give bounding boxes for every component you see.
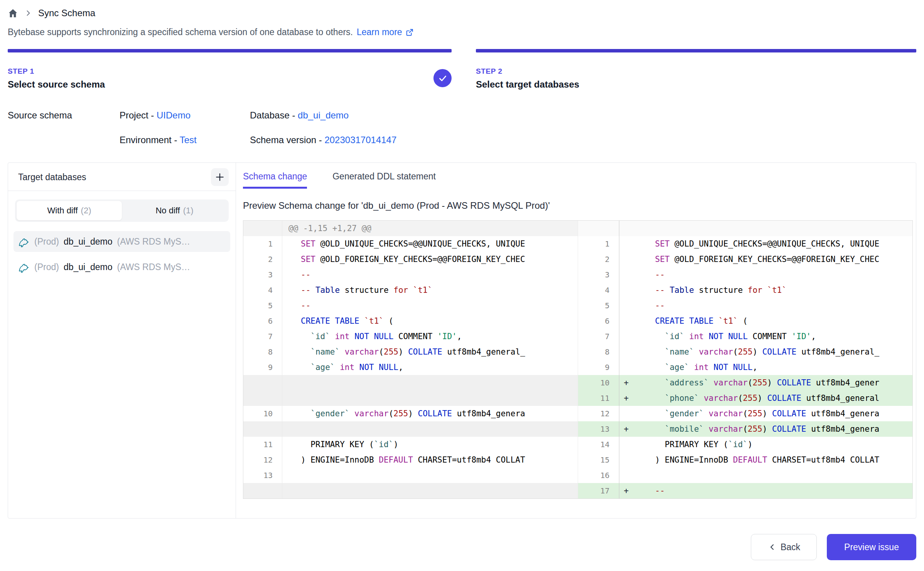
code-line: `age` int NOT NULL, bbox=[282, 360, 578, 375]
target-databases-title: Target databases bbox=[18, 172, 86, 182]
diff-add-marker bbox=[619, 221, 637, 236]
diff-row bbox=[243, 375, 578, 390]
diff-row: 17+-- bbox=[578, 483, 913, 498]
preview-issue-button[interactable]: Preview issue bbox=[827, 534, 916, 560]
diff-row: 14 PRIMARY KEY (`id`) bbox=[578, 437, 913, 452]
diff-row: 2SET @OLD_FOREIGN_KEY_CHECKS=@@FOREIGN_K… bbox=[578, 252, 913, 267]
schema-version-link[interactable]: 20230317014147 bbox=[324, 135, 396, 145]
preview-section: Schema change Generated DDL statement Pr… bbox=[236, 163, 916, 518]
diff-row: 1SET @OLD_UNIQUE_CHECKS=@@UNIQUE_CHECKS,… bbox=[578, 236, 913, 252]
diff-add-marker: + bbox=[619, 375, 637, 390]
page-description: Bytebase supports synchronizing a specif… bbox=[8, 27, 353, 37]
tab-schema-change[interactable]: Schema change bbox=[243, 171, 307, 189]
code-line: -- bbox=[282, 298, 578, 313]
diff-row: 7 `id` int NOT NULL COMMENT 'ID', bbox=[578, 329, 913, 344]
code-line: `gender` varchar(255) COLLATE utf8mb4_ge… bbox=[282, 406, 578, 421]
line-number: 8 bbox=[578, 344, 619, 360]
code-line bbox=[282, 468, 578, 483]
add-target-database-button[interactable] bbox=[211, 168, 229, 186]
line-number: 3 bbox=[578, 267, 619, 282]
diff-add-marker: + bbox=[619, 390, 637, 406]
diff-modified-pane[interactable]: 1SET @OLD_UNIQUE_CHECKS=@@UNIQUE_CHECKS,… bbox=[578, 221, 913, 498]
diff-row: 2SET @OLD_FOREIGN_KEY_CHECKS=@@FOREIGN_K… bbox=[243, 252, 578, 267]
learn-more-link[interactable]: Learn more bbox=[357, 27, 414, 37]
tab-no-diff[interactable]: No diff (1) bbox=[122, 201, 227, 220]
diff-row bbox=[243, 483, 578, 498]
schema-diff-editor: @@ -1,15 +1,27 @@1SET @OLD_UNIQUE_CHECKS… bbox=[243, 220, 913, 499]
diff-add-marker bbox=[619, 236, 637, 252]
mysql-icon bbox=[18, 261, 30, 273]
diff-row bbox=[243, 390, 578, 406]
diff-add-marker bbox=[619, 252, 637, 267]
diff-row: 11+ `phone` varchar(255) COLLATE utf8mb4… bbox=[578, 390, 913, 406]
line-number: 9 bbox=[243, 360, 282, 375]
code-line: -- Table structure for `t1` bbox=[282, 282, 578, 298]
diff-row: 4-- Table structure for `t1` bbox=[578, 282, 913, 298]
diff-add-marker bbox=[619, 298, 637, 313]
tab-with-diff[interactable]: With diff (2) bbox=[17, 201, 122, 220]
target-database-item-1[interactable]: (Prod) db_ui_demo (AWS RDS MyS… bbox=[13, 231, 230, 252]
back-button[interactable]: Back bbox=[751, 534, 817, 560]
code-line bbox=[282, 390, 578, 406]
preview-tabs: Schema change Generated DDL statement bbox=[243, 171, 916, 189]
line-number bbox=[243, 375, 282, 390]
line-number: 13 bbox=[243, 468, 282, 483]
diff-row bbox=[243, 421, 578, 437]
diff-add-marker: + bbox=[619, 483, 637, 498]
breadcrumb: Sync Schema bbox=[0, 5, 924, 22]
diff-row: 10+ `address` varchar(255) COLLATE utf8m… bbox=[578, 375, 913, 390]
source-schema-label: Source schema bbox=[8, 108, 120, 123]
database-link[interactable]: db_ui_demo bbox=[298, 110, 349, 120]
line-number: 1 bbox=[578, 236, 619, 252]
line-number: 5 bbox=[578, 298, 619, 313]
page-title: Sync Schema bbox=[38, 8, 95, 19]
code-line: SET @OLD_FOREIGN_KEY_CHECKS=@@FOREIGN_KE… bbox=[282, 252, 578, 267]
code-line: -- bbox=[637, 267, 913, 282]
diff-row: 8 `name` varchar(255) COLLATE utf8mb4_ge… bbox=[578, 344, 913, 360]
code-line: `address` varchar(255) COLLATE utf8mb4_g… bbox=[637, 375, 913, 390]
target-database-list: (Prod) db_ui_demo (AWS RDS MyS… (Prod) d… bbox=[13, 231, 230, 277]
code-line: SET @OLD_UNIQUE_CHECKS=@@UNIQUE_CHECKS, … bbox=[637, 236, 913, 252]
diff-row: 5-- bbox=[243, 298, 578, 313]
code-line: `phone` varchar(255) COLLATE utf8mb4_gen… bbox=[637, 390, 913, 406]
line-number: 10 bbox=[243, 406, 282, 421]
line-number bbox=[243, 221, 282, 236]
line-number bbox=[243, 483, 282, 498]
diff-add-marker bbox=[619, 313, 637, 329]
diff-add-marker bbox=[619, 468, 637, 483]
line-number: 6 bbox=[578, 313, 619, 329]
diff-row: 12 `gender` varchar(255) COLLATE utf8mb4… bbox=[578, 406, 913, 421]
project-link[interactable]: UIDemo bbox=[157, 110, 191, 120]
code-line bbox=[282, 421, 578, 437]
code-line bbox=[637, 468, 913, 483]
line-number: 11 bbox=[578, 390, 619, 406]
diff-row: 7 `id` int NOT NULL COMMENT 'ID', bbox=[243, 329, 578, 344]
line-number: 6 bbox=[243, 313, 282, 329]
diff-row: 9 `age` int NOT NULL, bbox=[578, 360, 913, 375]
target-database-item-2[interactable]: (Prod) db_ui_demo (AWS RDS MyS… bbox=[13, 257, 230, 277]
diff-add-marker bbox=[619, 267, 637, 282]
step-2-title: Select target databases bbox=[476, 79, 916, 90]
step-1-label: STEP 1 bbox=[8, 67, 452, 76]
environment-link[interactable]: Test bbox=[180, 135, 197, 145]
environment-field: Environment - Test bbox=[120, 132, 250, 148]
code-line: @@ -1,15 +1,27 @@ bbox=[282, 221, 578, 236]
tab-generated-ddl[interactable]: Generated DDL statement bbox=[332, 171, 436, 189]
diff-filter-tabs: With diff (2) No diff (1) bbox=[15, 199, 229, 222]
line-number: 5 bbox=[243, 298, 282, 313]
home-icon[interactable] bbox=[8, 8, 18, 19]
panel-divider bbox=[8, 191, 236, 191]
diff-row: 13 bbox=[243, 468, 578, 483]
stepper: STEP 1 Select source schema STEP 2 Selec… bbox=[0, 49, 924, 90]
code-line: CREATE TABLE `t1` ( bbox=[637, 313, 913, 329]
code-line: SET @OLD_FOREIGN_KEY_CHECKS=@@FOREIGN_KE… bbox=[637, 252, 913, 267]
line-number: 11 bbox=[243, 437, 282, 452]
diff-row: 8 `name` varchar(255) COLLATE utf8mb4_ge… bbox=[243, 344, 578, 360]
step-1-title: Select source schema bbox=[8, 79, 452, 90]
plus-icon bbox=[214, 171, 226, 183]
code-line: `mobile` varchar(255) COLLATE utf8mb4_ge… bbox=[637, 421, 913, 437]
diff-original-pane[interactable]: @@ -1,15 +1,27 @@1SET @OLD_UNIQUE_CHECKS… bbox=[243, 221, 578, 498]
check-icon bbox=[438, 73, 448, 83]
code-line: CREATE TABLE `t1` ( bbox=[282, 313, 578, 329]
code-line: `id` int NOT NULL COMMENT 'ID', bbox=[282, 329, 578, 344]
